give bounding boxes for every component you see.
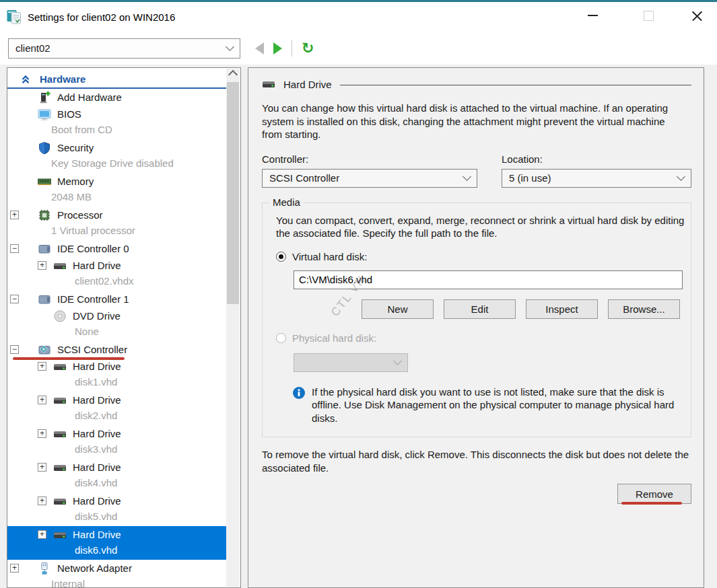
- sidebar-item-dvd-drive[interactable]: DVD Drive: [7, 307, 226, 324]
- sidebar-subtext: 1 Virtual processor: [7, 223, 226, 240]
- sidebar-item-scsi-controller[interactable]: − SCSI Controller: [7, 341, 226, 358]
- sidebar-item-security[interactable]: Security: [7, 139, 226, 156]
- sidebar-subtext: 2048 MB: [7, 190, 226, 207]
- red-underline-annotation: [621, 502, 682, 505]
- controller-dropdown[interactable]: SCSI Controller: [262, 169, 477, 188]
- hard-drive-icon: [53, 427, 67, 441]
- settings-window-icon: [7, 9, 22, 24]
- hard-drive-icon: [53, 461, 67, 474]
- browse-button[interactable]: Browse...: [608, 299, 680, 319]
- titlebar: Settings for client02 on WIN2016: [0, 2, 717, 32]
- sidebar-subtext: disk2.vhd: [7, 408, 226, 425]
- minimize-button[interactable]: [582, 7, 603, 24]
- expand-icon[interactable]: +: [38, 362, 46, 371]
- sidebar-item-memory[interactable]: Memory: [7, 173, 226, 190]
- window-title: Settings for client02 on WIN2016: [28, 11, 175, 23]
- hard-drive-icon: [53, 259, 67, 272]
- maximize-icon: [644, 11, 654, 21]
- sidebar-subtext: disk4.vhd: [7, 476, 226, 492]
- expand-icon[interactable]: +: [38, 429, 46, 438]
- sidebar-item-add-hardware[interactable]: Add Hardware: [7, 89, 226, 106]
- main-area: Hardware Add Hardware BIOS Boot from CD …: [0, 65, 717, 588]
- close-button[interactable]: [687, 7, 707, 24]
- network-adapter-icon: [38, 562, 51, 575]
- controller-label: Controller:: [262, 153, 477, 165]
- red-underline-annotation: [13, 357, 125, 360]
- bios-icon: [38, 108, 51, 121]
- refresh-icon[interactable]: ↻: [302, 41, 314, 56]
- sidebar-item-hard-drive-disk2[interactable]: + Hard Drive: [7, 392, 226, 408]
- remove-button[interactable]: Remove: [617, 484, 691, 504]
- virtual-hard-disk-radio[interactable]: [276, 252, 286, 262]
- minimize-icon: [588, 15, 598, 16]
- sidebar-scrollbar[interactable]: [226, 69, 240, 587]
- sidebar-subtext: client02.vhdx: [7, 274, 226, 291]
- sidebar-item-network-adapter[interactable]: + Network Adapter: [7, 560, 226, 577]
- sidebar-subtext: Internal: [7, 577, 226, 587]
- sidebar-item-bios[interactable]: BIOS: [7, 106, 226, 122]
- ide-controller-icon: [38, 293, 51, 306]
- chevron-down-icon: [677, 172, 685, 181]
- inspect-button[interactable]: Inspect: [526, 299, 598, 319]
- media-intro-text: You can compact, convert, expand, merge,…: [276, 214, 688, 240]
- navigate-forward-icon[interactable]: [273, 42, 282, 54]
- ide-controller-icon: [38, 242, 51, 256]
- shield-icon: [38, 141, 51, 155]
- hard-drive-icon: [53, 528, 67, 542]
- expand-icon[interactable]: +: [38, 530, 46, 539]
- sidebar-item-hard-drive-disk5[interactable]: + Hard Drive: [7, 492, 226, 509]
- sidebar-subtext: disk3.vhd: [7, 442, 226, 459]
- sidebar-item-hard-drive-client02[interactable]: + Hard Drive: [7, 257, 226, 274]
- media-groupbox-legend: Media: [269, 196, 304, 208]
- expand-icon[interactable]: +: [10, 211, 19, 219]
- controller-value: SCSI Controller: [269, 172, 339, 184]
- sidebar-item-hard-drive-disk1[interactable]: + Hard Drive: [7, 358, 226, 375]
- physical-hard-disk-radio-label: Physical hard disk:: [292, 332, 376, 344]
- hardware-sidebar: Hardware Add Hardware BIOS Boot from CD …: [7, 67, 241, 588]
- sidebar-subtext: disk6.vhd: [7, 543, 226, 560]
- collapse-icon[interactable]: −: [10, 244, 19, 253]
- chevron-down-icon: [463, 172, 471, 181]
- panel-title: Hard Drive: [283, 79, 332, 90]
- chevrons-up-icon: [21, 75, 30, 84]
- sidebar-header-hardware[interactable]: Hardware: [7, 71, 226, 89]
- sidebar-header-label: Hardware: [40, 73, 86, 85]
- edit-button[interactable]: Edit: [444, 299, 516, 319]
- toolbar: client02 ↻: [0, 32, 717, 65]
- sidebar-item-hard-drive-disk3[interactable]: + Hard Drive: [7, 425, 226, 442]
- dvd-drive-icon: [53, 309, 67, 323]
- location-value: 5 (in use): [509, 172, 551, 184]
- sidebar-item-processor[interactable]: + Processor: [7, 207, 226, 223]
- location-label: Location:: [502, 153, 691, 165]
- location-dropdown[interactable]: 5 (in use): [502, 169, 691, 188]
- expand-icon[interactable]: +: [38, 497, 46, 505]
- expand-icon[interactable]: +: [38, 463, 46, 472]
- sidebar-item-ide-controller-1[interactable]: − IDE Controller 1: [7, 291, 226, 307]
- physical-hard-disk-radio: [276, 333, 286, 343]
- close-icon: [691, 10, 703, 22]
- expand-icon[interactable]: +: [38, 261, 46, 270]
- scsi-controller-icon: [38, 343, 51, 357]
- navigate-back-icon[interactable]: [255, 42, 264, 54]
- sidebar-item-hard-drive-disk4[interactable]: + Hard Drive: [7, 459, 226, 476]
- hard-drive-icon: [53, 394, 67, 407]
- sidebar-subtext: Boot from CD: [7, 122, 226, 139]
- collapse-icon[interactable]: −: [10, 345, 19, 354]
- expand-icon[interactable]: +: [38, 396, 46, 404]
- physical-hard-disk-dropdown: [294, 353, 408, 372]
- panel-intro-text: You can change how this virtual hard dis…: [262, 102, 687, 141]
- hard-drive-settings-panel: Hard Drive You can change how this virtu…: [248, 67, 704, 588]
- hardware-tree: Hardware Add Hardware BIOS Boot from CD …: [7, 68, 226, 587]
- panel-title-rule: [340, 85, 691, 85]
- expand-icon[interactable]: +: [10, 564, 19, 573]
- hard-drive-icon: [262, 77, 275, 91]
- collapse-icon[interactable]: −: [10, 295, 19, 303]
- sidebar-item-ide-controller-0[interactable]: − IDE Controller 0: [7, 240, 226, 257]
- new-button[interactable]: New: [362, 299, 434, 319]
- sidebar-item-hard-drive-disk6-selected[interactable]: + Hard Drive disk6.vhd: [7, 526, 226, 560]
- remove-instructions-text: To remove the virtual hard disk, click R…: [262, 448, 693, 474]
- hard-drive-icon: [53, 360, 67, 373]
- scroll-up-icon[interactable]: [228, 70, 238, 79]
- vm-selector-dropdown[interactable]: client02: [8, 38, 240, 59]
- scrollbar-thumb[interactable]: [227, 82, 239, 304]
